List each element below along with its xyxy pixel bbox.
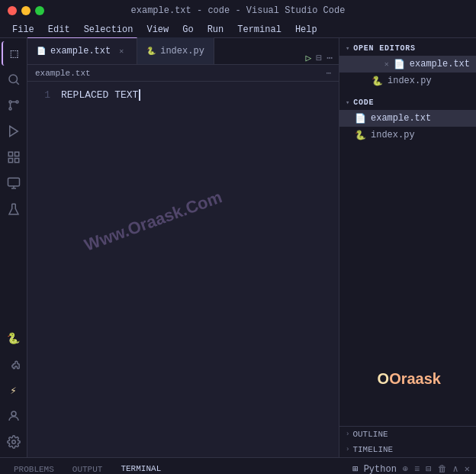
- tab-index-py[interactable]: 🐍 index.py: [137, 37, 214, 64]
- source-control-icon[interactable]: [2, 93, 26, 118]
- files-icon[interactable]: ⬚: [2, 41, 26, 66]
- activity-bar: ⬚: [0, 38, 27, 457]
- editor-content[interactable]: 1 REPLACED TEXT Www.Oraask.Com: [27, 82, 339, 457]
- svg-rect-7: [14, 152, 18, 156]
- breadcrumb: example.txt ⋯: [27, 65, 339, 82]
- tabs-bar: 📄 example.txt ✕ 🐍 index.py ▷ ⊟ ⋯: [27, 38, 339, 65]
- tab-label-index: index.py: [160, 46, 204, 56]
- python-icon[interactable]: 🐍: [2, 326, 26, 350]
- search-icon[interactable]: [2, 67, 26, 92]
- svg-rect-6: [8, 152, 12, 156]
- code-editor[interactable]: REPLACED TEXT: [55, 82, 339, 457]
- maximize-button[interactable]: [35, 6, 44, 15]
- timeline-item[interactable]: › TIMELINE: [339, 442, 476, 457]
- chevron-right-timeline-icon: ›: [346, 446, 349, 453]
- breadcrumb-path: example.txt: [35, 69, 91, 78]
- svg-point-13: [11, 411, 16, 416]
- svg-rect-10: [8, 178, 19, 186]
- new-terminal-icon[interactable]: ⊕: [403, 463, 408, 474]
- menu-edit[interactable]: Edit: [42, 23, 76, 37]
- flask-icon[interactable]: [2, 197, 26, 221]
- code-content-1: REPLACED TEXT: [61, 88, 138, 103]
- panel-tab-icons: ⊞ Python ⊕ ≡ ⊟ 🗑 ∧ ✕: [352, 463, 470, 474]
- code-file-label-2: index.py: [371, 130, 415, 140]
- svg-point-14: [11, 440, 15, 444]
- panel-tab-problems[interactable]: PROBLEMS: [6, 462, 62, 475]
- code-txt-icon: 📄: [355, 113, 366, 124]
- svg-point-2: [9, 101, 11, 103]
- activity-bar-bottom: 🐍 ⚡: [2, 326, 26, 454]
- kill-terminal-icon[interactable]: ⊟: [426, 463, 431, 474]
- tab-label-example: example.txt: [50, 46, 111, 56]
- py-icon: 🐍: [371, 76, 383, 87]
- code-title: ▾ CODE: [339, 95, 476, 110]
- window-controls: [8, 6, 44, 15]
- puzzle-icon[interactable]: [2, 352, 26, 376]
- extensions-icon[interactable]: [2, 145, 26, 169]
- panel-tab-terminal[interactable]: TERMINAL: [113, 461, 169, 474]
- minimize-button[interactable]: [21, 6, 31, 15]
- oraask-logo: OOraask: [378, 370, 441, 388]
- close-panel-icon[interactable]: ✕: [465, 463, 470, 474]
- code-file-index-py[interactable]: 🐍 index.py: [339, 127, 476, 143]
- menu-help[interactable]: Help: [289, 23, 323, 37]
- open-editors-section: ▾ OPEN EDITORS ✕ 📄 example.txt 🐍 index.p…: [339, 38, 476, 92]
- txt-icon: 📄: [394, 59, 405, 70]
- settings-icon[interactable]: [2, 430, 26, 454]
- titlebar: example.txt - code - Visual Studio Code: [0, 0, 476, 21]
- remote-explorer-icon[interactable]: [2, 171, 26, 195]
- tab-run-icons: ▷ ⊟ ⋯: [306, 52, 333, 64]
- svg-point-3: [16, 101, 18, 103]
- open-editor-index-py[interactable]: 🐍 index.py: [339, 73, 476, 89]
- bottom-panel: PROBLEMS OUTPUT TERMINAL ⊞ Python ⊕ ≡ ⊟ …: [0, 457, 476, 474]
- code-py-icon: 🐍: [355, 130, 366, 141]
- menu-go[interactable]: Go: [176, 23, 199, 37]
- run-icon[interactable]: ▷: [306, 52, 312, 64]
- close-editor-icon[interactable]: ✕: [384, 60, 389, 69]
- clear-terminal-icon[interactable]: 🗑: [438, 463, 447, 474]
- panel-tab-output[interactable]: OUTPUT: [65, 462, 111, 475]
- text-cursor: [139, 89, 140, 101]
- close-button[interactable]: [8, 6, 17, 15]
- split-icon[interactable]: ⊟: [316, 52, 322, 64]
- code-section: ▾ CODE 📄 example.txt 🐍 index.py: [339, 92, 476, 147]
- more-icon[interactable]: ⋯: [326, 52, 333, 64]
- chevron-down-code-icon: ▾: [346, 98, 350, 107]
- lightning-icon[interactable]: ⚡: [2, 378, 26, 402]
- svg-point-0: [9, 75, 18, 83]
- menu-view[interactable]: View: [140, 23, 175, 37]
- sidebar: ▾ OPEN EDITORS ✕ 📄 example.txt 🐍 index.p…: [339, 38, 476, 457]
- code-line-1: REPLACED TEXT: [61, 88, 339, 103]
- tab-close-example[interactable]: ✕: [115, 45, 127, 57]
- menu-terminal[interactable]: Terminal: [231, 23, 288, 37]
- line-number-1: 1: [27, 88, 50, 103]
- sidebar-footer: › OUTLINE › TIMELINE: [339, 426, 476, 457]
- outline-item[interactable]: › OUTLINE: [339, 427, 476, 442]
- svg-point-4: [9, 108, 11, 110]
- run-debug-icon[interactable]: [2, 119, 26, 143]
- menu-run[interactable]: Run: [201, 23, 230, 37]
- main-layout: ⬚: [0, 38, 476, 457]
- terminal-python-env: ⊞ Python: [352, 463, 397, 474]
- open-editor-example-txt[interactable]: ✕ 📄 example.txt: [339, 56, 476, 73]
- account-icon[interactable]: [2, 404, 26, 428]
- code-file-label-1: example.txt: [371, 113, 431, 124]
- svg-rect-9: [14, 159, 18, 163]
- split-terminal-icon[interactable]: ≡: [414, 464, 420, 475]
- open-editor-label-2: index.py: [388, 76, 432, 86]
- tab-example-txt[interactable]: 📄 example.txt ✕: [27, 37, 137, 64]
- window-title: example.txt - code - Visual Studio Code: [131, 5, 346, 16]
- panel-tabs: PROBLEMS OUTPUT TERMINAL ⊞ Python ⊕ ≡ ⊟ …: [0, 458, 476, 474]
- open-editor-label-1: example.txt: [410, 59, 470, 69]
- svg-line-1: [16, 82, 18, 84]
- maximize-panel-icon[interactable]: ∧: [453, 463, 458, 474]
- open-editors-title: ▾ OPEN EDITORS: [339, 41, 476, 56]
- sidebar-content-area: OOraask: [339, 147, 476, 426]
- code-file-example-txt[interactable]: 📄 example.txt: [339, 110, 476, 127]
- menu-file[interactable]: File: [6, 23, 40, 37]
- line-numbers: 1: [27, 82, 55, 457]
- editor-area: 📄 example.txt ✕ 🐍 index.py ▷ ⊟ ⋯ example…: [27, 38, 339, 457]
- chevron-right-outline-icon: ›: [346, 430, 349, 438]
- menu-selection[interactable]: Selection: [78, 23, 140, 37]
- svg-rect-8: [8, 159, 12, 163]
